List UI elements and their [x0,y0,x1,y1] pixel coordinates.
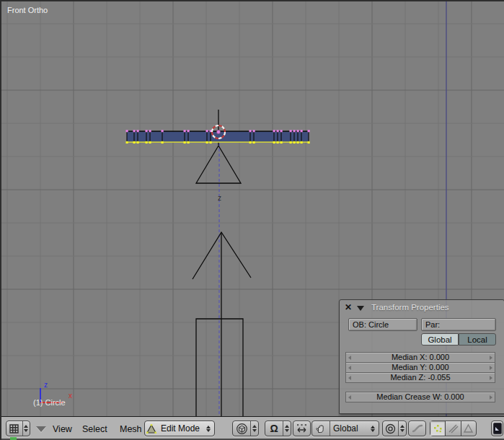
unselected-vertex [146,130,148,132]
selected-vertex [249,141,252,144]
draw-type-dropdown[interactable] [232,421,259,436]
selected-vertex [297,141,299,144]
window-top-edge [0,0,504,1]
occlude-icon [493,423,502,434]
unselected-vertex [297,130,299,132]
transform-properties-panel: ✕ Transform Properties OB: Circle Par: G… [339,299,504,414]
selected-vertex [253,141,255,144]
falloff-curve-button[interactable] [408,421,426,436]
proportional-edit-dropdown[interactable] [382,421,407,436]
unselected-vertex [133,130,136,132]
editor-type-dropdown[interactable] [6,421,30,436]
dropdown-updown-icon [206,426,211,432]
selected-vertex [273,141,275,144]
selected-vertex [280,141,283,144]
global-toggle-button[interactable]: Global [421,333,459,346]
parent-field[interactable]: Par: [421,318,496,331]
occlude-geometry-button[interactable] [491,421,503,436]
selected-vertex [210,141,212,144]
unselected-vertex [277,130,279,132]
pivot-dropdown[interactable]: Ω [265,421,291,436]
collapse-triangle-icon[interactable] [357,306,364,311]
cone-outline [196,146,241,183]
selected-vertex [146,141,148,144]
select-mode-group [430,421,477,436]
selected-vertex [308,141,310,144]
vertex-dots-icon [433,423,443,434]
unselected-vertex [149,130,151,132]
menu-collapse-triangle-icon[interactable] [36,426,46,432]
orientation-dropdown-label: Global [330,423,358,434]
selected-vertex [293,141,296,144]
manipulator-arrows-icon [296,423,308,434]
spinner-arrows-icon[interactable] [22,421,30,436]
panel-header[interactable]: ✕ Transform Properties [340,300,504,315]
selected-vertex [137,141,139,144]
median-y-slider[interactable]: Median Y: 0.000 [345,362,495,373]
window-resize-notch [10,437,17,440]
blender-window: Front Ortho z z x (1) Circle ✕ Transform… [0,0,504,440]
median-crease-slider[interactable]: Median Crease W: 0.000 [345,392,495,402]
decrement-arrow-icon[interactable] [348,366,351,370]
manipulator-toggle-button[interactable] [293,421,311,436]
face-select-mode-button[interactable] [461,421,476,436]
menu-mesh[interactable]: Mesh [120,424,142,434]
slider-label: Median Z: -0.055 [390,373,450,382]
slider-label: Median Crease W: 0.000 [376,392,464,401]
selected-vertex [149,141,151,144]
selected-vertex [187,141,190,144]
mode-dropdown[interactable]: Edit Mode [144,421,215,436]
mini-axis-z-label: z [44,381,48,389]
vertex-select-mode-button[interactable] [430,421,446,436]
selected-vertex [126,141,128,144]
constraint-axis-label: z [218,194,221,202]
unselected-vertex [137,130,139,132]
median-z-slider[interactable]: Median Z: -0.055 [345,372,495,383]
decrement-arrow-icon[interactable] [348,356,351,360]
view-name-label: Front Ortho [7,6,48,14]
increment-arrow-icon[interactable] [490,376,492,380]
edge-select-mode-button[interactable] [446,421,461,436]
slider-label: Median Y: 0.000 [392,363,448,371]
panel-title: Transform Properties [371,303,449,312]
falloff-curve-icon [412,423,423,434]
increment-arrow-icon[interactable] [490,395,492,400]
face-triangle-icon [463,423,474,434]
median-x-slider[interactable]: Median X: 0.000 [345,352,495,363]
spinner-arrows-icon[interactable] [250,421,258,436]
concentric-circles-icon [383,423,398,434]
selected-vertex [133,141,136,144]
edge-lines-icon [448,423,459,434]
pivot-omega-icon: Ω [265,423,283,434]
selected-vertex [206,141,208,144]
mode-dropdown-label: Edit Mode [158,423,200,434]
unselected-vertex [301,130,303,132]
increment-arrow-icon[interactable] [490,366,492,370]
close-icon[interactable]: ✕ [345,302,352,312]
increment-arrow-icon[interactable] [490,356,492,360]
hand-icon[interactable] [312,421,330,436]
selected-vertex [162,141,164,144]
object-info-label: (1) Circle [33,398,66,407]
unselected-vertex [308,130,310,132]
spinner-arrows-icon[interactable] [398,421,406,436]
menu-view[interactable]: View [53,424,72,434]
decrement-arrow-icon[interactable] [348,395,351,400]
unselected-vertex [126,130,128,132]
unselected-vertex [206,130,208,132]
object-name-field[interactable]: OB: Circle [348,318,417,331]
unselected-vertex [187,130,190,132]
viewport-header-toolbar: View Select Mesh Edit Mode [0,416,504,440]
menu-select[interactable]: Select [82,424,107,434]
orientation-dropdown[interactable]: Global [311,421,379,436]
unselected-vertex [293,130,296,132]
selected-vertex [301,141,303,144]
selected-vertex [290,141,292,144]
unselected-vertex [249,130,252,132]
draw-type-globe-icon [233,423,250,435]
decrement-arrow-icon[interactable] [348,376,351,380]
spinner-arrows-icon[interactable] [283,421,291,436]
window-left-edge [0,0,1,440]
local-toggle-button[interactable]: Local [459,333,496,346]
unselected-vertex [290,130,292,132]
